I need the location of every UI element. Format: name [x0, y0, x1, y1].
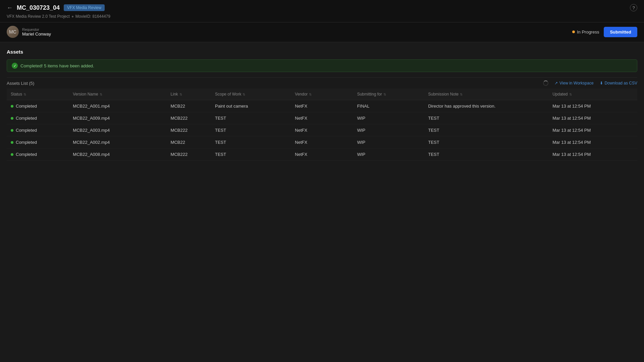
view-workspace-link[interactable]: ↗ View in Workspace — [554, 81, 594, 85]
cell-status: Completed — [7, 148, 69, 161]
cell-scope: TEST — [211, 148, 291, 161]
table-row[interactable]: Completed MCB22_A001.mp4MCB22Paint out c… — [7, 100, 637, 112]
check-icon: ✓ — [12, 63, 18, 69]
status-header-label: Status ⇅ — [11, 92, 26, 97]
header-right: ? — [630, 4, 637, 11]
table-header: Status ⇅ Version Name ⇅ Link ⇅ Scope of … — [7, 88, 637, 100]
sort-icon-version: ⇅ — [100, 93, 102, 96]
assets-actions: ↗ View in Workspace ⬇ Download as CSV — [543, 80, 637, 86]
cell-link: MCB22 — [167, 136, 211, 148]
in-progress-label: In Progress — [577, 29, 599, 35]
cell-note: TEST — [424, 148, 548, 161]
table-row[interactable]: Completed MCB22_A009.mp4MCB222TESTNetFXW… — [7, 112, 637, 124]
requestor-info: MC Requestor Mariel Conway — [7, 26, 51, 38]
subtitle: VFX Media Review 2.0 Test Project MovieI… — [7, 14, 637, 19]
page-title: MC_030723_04 — [17, 4, 60, 11]
col-header-link[interactable]: Link ⇅ — [167, 88, 211, 100]
cell-scope: TEST — [211, 112, 291, 124]
cell-status: Completed — [7, 112, 69, 124]
main-content: Assets ✓ Completed! 5 items have been ad… — [0, 42, 644, 161]
cell-status: Completed — [7, 100, 69, 112]
scope-header-label: Scope of Work ⇅ — [215, 92, 245, 97]
cell-version: MCB22_A001.mp4 — [69, 100, 166, 112]
dot-separator — [72, 16, 73, 17]
cell-updated: Mar 13 at 12:54 PM — [548, 100, 637, 112]
cell-link: MCB222 — [167, 148, 211, 161]
status-area: In Progress Submitted — [572, 27, 637, 37]
status-text: Completed — [16, 140, 37, 145]
sort-icon-note: ⇅ — [460, 93, 463, 96]
cell-note: TEST — [424, 124, 548, 136]
version-header-label: Version Name ⇅ — [73, 92, 102, 97]
subtitle-project: VFX Media Review 2.0 Test Project — [7, 14, 70, 19]
cell-submitting: WIP — [353, 112, 424, 124]
cell-link: MCB222 — [167, 124, 211, 136]
cell-updated: Mar 13 at 12:54 PM — [548, 124, 637, 136]
requestor-name: Mariel Conway — [22, 32, 51, 37]
col-header-status[interactable]: Status ⇅ — [7, 88, 69, 100]
cell-version: MCB22_A002.mp4 — [69, 136, 166, 148]
requestor-bar: MC Requestor Mariel Conway In Progress S… — [0, 22, 644, 42]
cell-vendor: NetFX — [291, 136, 353, 148]
assets-list-title: Assets List (5) — [7, 81, 34, 86]
vfx-badge[interactable]: VFX Media Review — [64, 4, 105, 11]
header-left: ← MC_030723_04 VFX Media Review — [7, 4, 105, 11]
assets-table: Status ⇅ Version Name ⇅ Link ⇅ Scope of … — [7, 88, 637, 161]
view-workspace-icon: ↗ — [554, 81, 558, 85]
status-text: Completed — [16, 152, 37, 157]
status-text: Completed — [16, 128, 37, 133]
loading-spinner — [543, 80, 548, 86]
status-dot — [11, 117, 13, 120]
status-text: Completed — [16, 104, 37, 109]
link-header-label: Link ⇅ — [171, 92, 182, 97]
cell-version: MCB22_A009.mp4 — [69, 112, 166, 124]
cell-status: Completed — [7, 124, 69, 136]
col-header-note[interactable]: Submission Note ⇅ — [424, 88, 548, 100]
avatar: MC — [7, 26, 19, 38]
cell-updated: Mar 13 at 12:54 PM — [548, 136, 637, 148]
cell-note: Director has approved this version. — [424, 100, 548, 112]
assets-title: Assets — [7, 49, 637, 55]
success-banner: ✓ Completed! 5 items have been added. — [7, 59, 637, 72]
table-row[interactable]: Completed MCB22_A002.mp4MCB22TESTNetFXWI… — [7, 136, 637, 148]
sort-icon-scope: ⇅ — [243, 93, 245, 96]
cell-link: MCB222 — [167, 112, 211, 124]
sort-icon-submitting: ⇅ — [383, 93, 386, 96]
success-message: Completed! 5 items have been added. — [20, 63, 94, 68]
cell-submitting: FINAL — [353, 100, 424, 112]
status-dot — [11, 129, 13, 132]
assets-list-header: Assets List (5) ↗ View in Workspace ⬇ Do… — [7, 77, 637, 88]
col-header-scope[interactable]: Scope of Work ⇅ — [211, 88, 291, 100]
col-header-updated[interactable]: Updated ⇅ — [548, 88, 637, 100]
status-dot — [11, 141, 13, 144]
status-text: Completed — [16, 116, 37, 121]
in-progress-status: In Progress — [572, 29, 599, 35]
table-body: Completed MCB22_A001.mp4MCB22Paint out c… — [7, 100, 637, 161]
table-header-row: Status ⇅ Version Name ⇅ Link ⇅ Scope of … — [7, 88, 637, 100]
cell-note: TEST — [424, 136, 548, 148]
header-top: ← MC_030723_04 VFX Media Review ? — [7, 4, 637, 11]
submitted-button[interactable]: Submitted — [604, 27, 637, 37]
back-button[interactable]: ← — [7, 4, 13, 11]
cell-version: MCB22_A003.mp4 — [69, 124, 166, 136]
table-row[interactable]: Completed MCB22_A003.mp4MCB222TESTNetFXW… — [7, 124, 637, 136]
status-dot — [11, 153, 13, 156]
sort-icon-vendor: ⇅ — [309, 93, 312, 96]
col-header-submitting[interactable]: Submitting for ⇅ — [353, 88, 424, 100]
in-progress-dot — [572, 31, 575, 33]
cell-vendor: NetFX — [291, 100, 353, 112]
cell-scope: TEST — [211, 136, 291, 148]
cell-vendor: NetFX — [291, 112, 353, 124]
table-row[interactable]: Completed MCB22_A008.mp4MCB222TESTNetFXW… — [7, 148, 637, 161]
download-csv-label: Download as CSV — [605, 81, 637, 85]
download-csv-link[interactable]: ⬇ Download as CSV — [600, 81, 637, 85]
help-icon[interactable]: ? — [630, 4, 637, 11]
col-header-version[interactable]: Version Name ⇅ — [69, 88, 166, 100]
col-header-vendor[interactable]: Vendor ⇅ — [291, 88, 353, 100]
requestor-label: Requestor — [22, 27, 51, 32]
submitting-header-label: Submitting for ⇅ — [357, 92, 386, 97]
cell-scope: TEST — [211, 124, 291, 136]
vendor-header-label: Vendor ⇅ — [295, 92, 312, 97]
cell-submitting: WIP — [353, 136, 424, 148]
requestor-details: Requestor Mariel Conway — [22, 27, 51, 37]
